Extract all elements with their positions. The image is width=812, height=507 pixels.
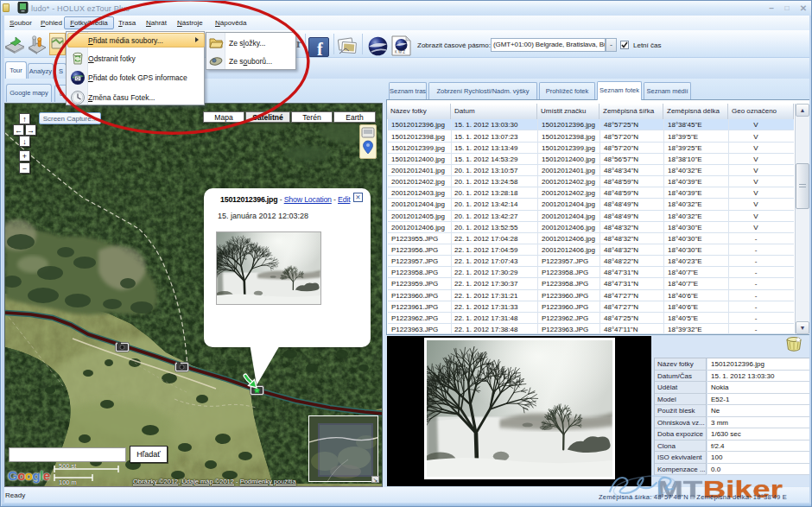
svg-text:500 st: 500 st	[59, 464, 77, 470]
svg-text:K M Z: K M Z	[395, 50, 405, 54]
svg-text:100 m: 100 m	[59, 478, 77, 486]
